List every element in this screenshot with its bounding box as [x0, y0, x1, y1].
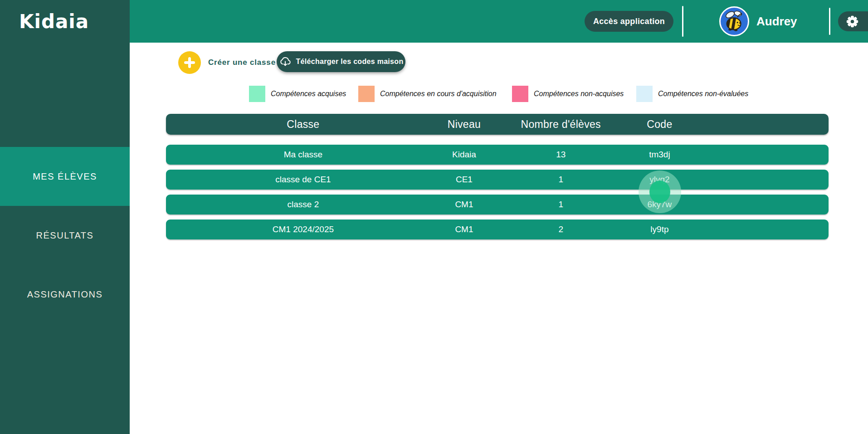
table-row[interactable]: Ma classe Kidaia 13 tm3dj	[166, 145, 829, 165]
settings-button[interactable]	[838, 11, 868, 31]
column-header: Code	[634, 118, 685, 131]
legend-color-swatch	[512, 86, 528, 102]
topbar-divider	[682, 6, 683, 37]
legend-item: Compétences non-évaluées	[636, 86, 748, 102]
cell-classe: CM1 2024/2025	[166, 224, 440, 234]
legend-item: Compétences acquises	[249, 86, 346, 102]
profile-button[interactable]: Audrey	[719, 6, 797, 36]
gear-icon	[846, 15, 858, 28]
table-row[interactable]: classe 2 CM1 1 6ky7w	[166, 195, 829, 215]
cell-code: tm3dj	[634, 150, 685, 160]
column-header: Nombre d'élèves	[488, 118, 634, 131]
cell-nombre-eleves: 1	[488, 175, 634, 185]
plus-icon	[178, 51, 201, 74]
logo-area: Kidaia	[0, 0, 130, 43]
competency-legend: Compétences acquises Compétences en cour…	[130, 86, 868, 102]
sidebar-item[interactable]: ASSIGNATIONS	[0, 265, 130, 324]
legend-item: Compétences non-acquises	[512, 86, 624, 102]
cell-code: ylvq2	[634, 175, 685, 185]
cell-niveau: CM1	[440, 224, 488, 234]
cell-niveau: CM1	[440, 200, 488, 210]
cloud-download-icon	[279, 56, 292, 67]
cell-classe: classe 2	[166, 200, 440, 210]
cell-niveau: CE1	[440, 175, 488, 185]
cell-classe: Ma classe	[166, 150, 440, 160]
legend-color-swatch	[358, 86, 375, 102]
cell-nombre-eleves: 13	[488, 150, 634, 160]
access-application-button[interactable]: Accès application	[585, 11, 673, 32]
topbar: Accès application Audrey	[130, 0, 868, 43]
column-header: Niveau	[440, 118, 488, 131]
sidebar-item[interactable]: MES ÉLÈVES	[0, 147, 130, 206]
classes-table: ClasseNiveauNombre d'élèvesCode Ma class…	[166, 114, 829, 239]
table-header-row: ClasseNiveauNombre d'élèvesCode	[166, 114, 829, 135]
user-name: Audrey	[756, 15, 797, 29]
legend-label: Compétences en cours d'acquisition	[380, 90, 497, 98]
topbar-divider	[829, 8, 830, 35]
sidebar-item-label: MES ÉLÈVES	[33, 171, 97, 182]
legend-item: Compétences en cours d'acquisition	[358, 86, 497, 102]
legend-label: Compétences non-évaluées	[658, 90, 748, 98]
cell-classe: classe de CE1	[166, 175, 440, 185]
download-home-codes-button[interactable]: Télécharger les codes maison	[277, 51, 405, 72]
kidaia-logo: Kidaia	[19, 10, 89, 33]
legend-color-swatch	[249, 86, 265, 102]
sidebar-item[interactable]: RÉSULTATS	[0, 206, 130, 265]
table-row[interactable]: CM1 2024/2025 CM1 2 ly9tp	[166, 219, 829, 239]
cell-code: ly9tp	[634, 224, 685, 234]
table-body: Ma classe Kidaia 13 tm3dj classe de CE1 …	[166, 145, 829, 239]
cell-niveau: Kidaia	[440, 150, 488, 160]
column-header: Classe	[166, 118, 440, 131]
bee-avatar	[719, 6, 749, 36]
download-home-codes-label: Télécharger les codes maison	[296, 58, 404, 66]
cell-code: 6ky7w	[634, 200, 685, 210]
sidebar-item-label: RÉSULTATS	[36, 230, 94, 241]
legend-color-swatch	[636, 86, 653, 102]
create-class-button[interactable]: Créer une classe	[178, 51, 276, 74]
table-row[interactable]: classe de CE1 CE1 1 ylvq2	[166, 170, 829, 190]
sidebar-nav: MES ÉLÈVES RÉSULTATS ASSIGNATIONS	[0, 147, 130, 324]
cell-nombre-eleves: 1	[488, 200, 634, 210]
legend-label: Compétences non-acquises	[534, 90, 624, 98]
legend-label: Compétences acquises	[271, 90, 346, 98]
cell-nombre-eleves: 2	[488, 224, 634, 234]
bee-illustration	[721, 8, 747, 34]
sidebar: Kidaia MES ÉLÈVES RÉSULTATS ASSIGNATIONS	[0, 0, 130, 434]
main-content: Créer une classe Télécharger les codes m…	[130, 43, 868, 434]
sidebar-item-label: ASSIGNATIONS	[27, 289, 103, 300]
create-class-label: Créer une classe	[208, 58, 276, 67]
